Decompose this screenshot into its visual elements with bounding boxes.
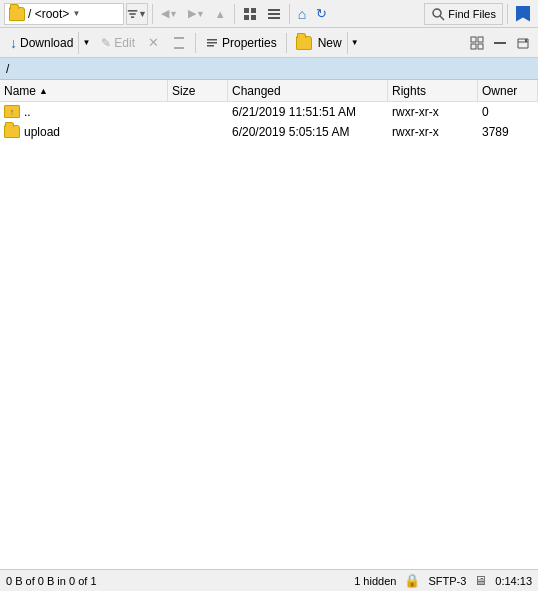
changed-column-header[interactable]: Changed (228, 80, 388, 101)
up-button[interactable]: ▲ (211, 3, 230, 25)
size-column-header[interactable]: Size (168, 80, 228, 101)
refresh-button[interactable]: ↻ (312, 3, 331, 25)
rights-column-header[interactable]: Rights (388, 80, 478, 101)
minimize-button[interactable] (489, 32, 511, 54)
separator3 (289, 4, 290, 24)
download-main[interactable]: ↓ Download (5, 35, 78, 51)
svg-rect-13 (174, 37, 184, 39)
filter-icon (127, 7, 138, 21)
settings-icon (516, 36, 530, 50)
properties-label: Properties (222, 36, 277, 50)
file-name-cell: upload (0, 125, 168, 139)
settings-button[interactable] (512, 32, 534, 54)
file-name: upload (24, 125, 60, 139)
svg-rect-23 (525, 39, 527, 42)
forward-icon: ▶ (188, 7, 196, 20)
file-list: ↑ .. 6/21/2019 11:51:51 AM rwxr-xr-x 0 u… (0, 102, 538, 569)
svg-rect-14 (207, 39, 217, 41)
properties-button[interactable]: Properties (199, 31, 283, 55)
table-row[interactable]: ↑ .. 6/21/2019 11:51:51 AM rwxr-xr-x 0 (0, 102, 538, 122)
svg-rect-21 (494, 42, 506, 44)
new-main[interactable]: New (291, 36, 347, 50)
back-icon: ◀ (161, 7, 169, 20)
forward-button[interactable]: ▶ ▼ (184, 3, 209, 25)
svg-rect-9 (268, 17, 280, 19)
refresh-icon: ↻ (316, 6, 327, 21)
owner-column-header[interactable]: Owner (478, 80, 538, 101)
svg-rect-7 (268, 9, 280, 11)
svg-rect-16 (207, 45, 214, 47)
svg-rect-0 (128, 10, 137, 12)
file-changed-cell: 6/21/2019 11:51:51 AM (228, 105, 388, 119)
back-arrow-icon: ▼ (169, 9, 178, 19)
svg-point-10 (433, 9, 441, 17)
minimize-icon (493, 36, 507, 50)
home-button[interactable]: ⌂ (294, 3, 310, 25)
properties-icon (205, 36, 219, 50)
forward-arrow-icon: ▼ (196, 9, 205, 19)
table-row[interactable]: upload 6/20/2019 5:05:15 AM rwxr-xr-x 37… (0, 122, 538, 142)
delete-button[interactable]: ✕ (142, 31, 165, 55)
file-rights-cell: rwxr-xr-x (388, 105, 478, 119)
file-owner: 0 (482, 105, 489, 119)
separator6 (286, 33, 287, 53)
new-dropdown-icon[interactable]: ▼ (347, 32, 362, 54)
edit-label: Edit (114, 36, 135, 50)
file-rights: rwxr-xr-x (392, 105, 439, 119)
time-display: 0:14:13 (495, 575, 532, 587)
download-split-button[interactable]: ↓ Download ▼ (4, 31, 94, 55)
up-icon: ▲ (215, 8, 226, 20)
edit-button[interactable]: ✎ Edit (95, 31, 141, 55)
search-icon (431, 7, 445, 21)
separator5 (195, 33, 196, 53)
file-rights: rwxr-xr-x (392, 125, 439, 139)
name-column-header[interactable]: Name ▲ (0, 80, 168, 101)
file-rights-cell: rwxr-xr-x (388, 125, 478, 139)
status-bar: 0 B of 0 B in 0 of 1 1 hidden 🔒 SFTP-3 🖥… (0, 569, 538, 591)
action-toolbar: ↓ Download ▼ ✎ Edit ✕ Properties New (0, 28, 538, 58)
download-icon: ↓ (10, 35, 17, 51)
view-options-button[interactable] (466, 32, 488, 54)
svg-rect-15 (207, 42, 217, 44)
filter-arrow-icon: ▼ (138, 9, 147, 19)
download-label: Download (20, 36, 73, 50)
svg-rect-4 (251, 8, 256, 13)
filter-button[interactable]: ▼ (126, 3, 148, 25)
rename-button[interactable] (166, 31, 192, 55)
navigation-toolbar: / <root> ▼ ▼ ◀ ▼ ▶ ▼ ▲ (0, 0, 538, 28)
svg-rect-6 (251, 15, 256, 20)
file-owner-cell: 3789 (478, 125, 538, 139)
download-dropdown-icon[interactable]: ▼ (78, 32, 93, 54)
list-view-button[interactable] (263, 3, 285, 25)
view-options-icon (470, 36, 484, 50)
session-icon: 🖥 (474, 573, 487, 588)
bookmark-button[interactable] (512, 3, 534, 25)
svg-rect-3 (244, 8, 249, 13)
folder-icon (9, 7, 25, 21)
svg-rect-1 (129, 13, 135, 15)
svg-rect-5 (244, 15, 249, 20)
breadcrumb-path[interactable]: / <root> ▼ (4, 3, 124, 25)
file-owner: 3789 (482, 125, 509, 139)
breadcrumb-text: / <root> (28, 7, 69, 21)
back-button[interactable]: ◀ ▼ (157, 3, 182, 25)
svg-rect-8 (268, 13, 280, 15)
svg-rect-17 (471, 37, 476, 42)
find-files-label: Find Files (448, 8, 496, 20)
status-right: 1 hidden 🔒 SFTP-3 🖥 0:14:13 (354, 573, 532, 588)
sftp-label: SFTP-3 (428, 575, 466, 587)
home-icon: ⌂ (298, 6, 306, 22)
breadcrumb-dropdown-icon: ▼ (72, 9, 80, 18)
parent-folder-icon: ↑ (4, 105, 20, 118)
bookmark-icon (516, 6, 530, 22)
delete-icon: ✕ (148, 35, 159, 50)
grid-view-icon (243, 7, 257, 21)
rename-icon (172, 36, 186, 50)
name-sort-icon: ▲ (39, 86, 48, 96)
grid-view-button[interactable] (239, 3, 261, 25)
svg-rect-2 (131, 16, 134, 18)
folder-icon (4, 125, 20, 138)
new-split-button[interactable]: New ▼ (290, 31, 363, 55)
find-files-button[interactable]: Find Files (424, 3, 503, 25)
svg-rect-19 (471, 44, 476, 49)
